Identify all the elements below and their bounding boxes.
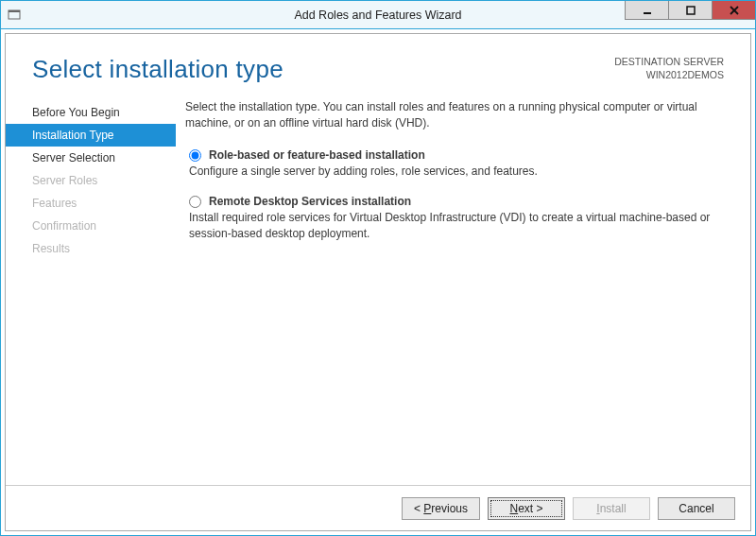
wizard-steps: Before You Begin Installation Type Serve… [6, 97, 176, 485]
destination-info: DESTINATION SERVER WIN2012DEMOS [614, 55, 724, 81]
window-buttons [625, 1, 755, 28]
radio-role-based[interactable] [189, 149, 201, 162]
step-server-roles: Server Roles [6, 169, 176, 192]
next-button[interactable]: Next > [488, 497, 565, 520]
wizard-content: Select the installation type. You can in… [176, 97, 730, 485]
intro-text: Select the installation type. You can in… [185, 99, 724, 132]
close-button[interactable] [712, 1, 755, 20]
step-installation-type[interactable]: Installation Type [6, 124, 176, 147]
option-role-based-desc: Configure a single server by adding role… [189, 164, 724, 180]
step-before-you-begin[interactable]: Before You Begin [6, 101, 176, 124]
svg-rect-1 [9, 10, 20, 12]
step-server-selection[interactable]: Server Selection [6, 147, 176, 169]
step-confirmation: Confirmation [6, 215, 176, 237]
destination-name: WIN2012DEMOS [614, 68, 724, 81]
wizard-footer: < Previous Next > Install Cancel [6, 485, 750, 530]
wizard-inner: Select installation type DESTINATION SER… [5, 33, 751, 531]
maximize-button[interactable] [668, 1, 712, 20]
minimize-button[interactable] [625, 1, 668, 20]
destination-label: DESTINATION SERVER [614, 55, 724, 68]
wizard-header: Select installation type DESTINATION SER… [6, 34, 750, 90]
option-role-based[interactable]: Role-based or feature-based installation… [189, 147, 724, 181]
step-features: Features [6, 192, 176, 215]
option-rds-label: Remote Desktop Services installation [209, 194, 411, 210]
install-button: Install [573, 497, 650, 520]
option-rds[interactable]: Remote Desktop Services installation Ins… [189, 194, 724, 243]
step-results: Results [6, 237, 176, 260]
option-role-based-label: Role-based or feature-based installation [209, 147, 425, 164]
cancel-button[interactable]: Cancel [658, 497, 735, 520]
page-title: Select installation type [32, 55, 284, 84]
wizard-window: Add Roles and Features Wizard Select ins… [0, 0, 756, 536]
titlebar: Add Roles and Features Wizard [1, 1, 755, 29]
option-rds-desc: Install required role services for Virtu… [189, 210, 724, 243]
app-icon [1, 9, 27, 22]
wizard-body: Before You Begin Installation Type Serve… [6, 90, 750, 485]
radio-rds[interactable] [189, 196, 201, 208]
previous-button[interactable]: < Previous [402, 497, 480, 520]
svg-rect-3 [687, 7, 695, 14]
